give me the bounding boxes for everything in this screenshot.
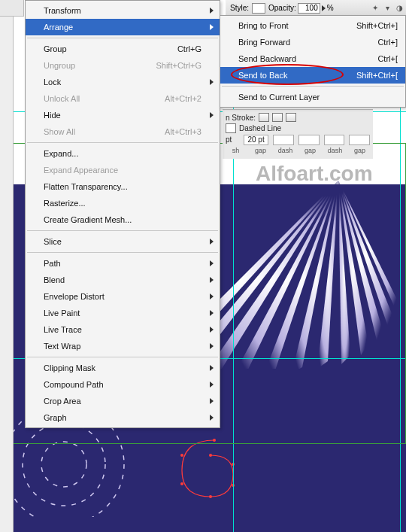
menu-item-label: Compound Path — [44, 380, 104, 389]
dash-input-2[interactable] — [273, 135, 294, 145]
svg-point-7 — [41, 442, 86, 487]
svg-point-3 — [209, 495, 212, 498]
menu-item[interactable]: Graph — [26, 409, 220, 426]
submenu-item[interactable]: Bring ForwardCtrl+] — [220, 34, 405, 50]
menu-item-label: Show All — [44, 127, 75, 136]
menu-item[interactable]: Path — [26, 255, 220, 272]
dash-input-5[interactable] — [349, 135, 370, 145]
align-stroke-center-button[interactable] — [259, 113, 269, 122]
align-stroke-inside-button[interactable] — [272, 113, 283, 122]
label-style: Style: — [230, 4, 249, 12]
dash-col-label: gap — [350, 147, 370, 154]
menu-item[interactable]: Slice — [26, 233, 220, 250]
menu-item[interactable]: Flatten Transparency... — [26, 178, 220, 195]
menu-item-label: Blend — [44, 275, 65, 284]
menu-item-shortcut: Alt+Ctrl+2 — [165, 94, 201, 103]
menu-item[interactable]: Arrange — [26, 19, 220, 35]
menu-item-shortcut: Ctrl+G — [177, 44, 201, 53]
menu-separator — [222, 86, 404, 87]
menu-item-label: Rasterize... — [44, 199, 86, 208]
menu-item-label: Expand Appearance — [44, 166, 118, 175]
menu-item-label: Live Paint — [44, 309, 80, 318]
menu-item[interactable]: Live Paint — [26, 305, 220, 321]
menu-item[interactable]: Transform — [26, 2, 220, 19]
menu-item-label: Live Trace — [44, 325, 82, 334]
menu-item[interactable]: Crop Area — [26, 393, 220, 409]
label-dashed-line: Dashed Line — [239, 124, 281, 132]
submenu-item[interactable]: Send BackwardCtrl+[ — [220, 50, 405, 67]
menu-item-label: Crop Area — [44, 397, 81, 406]
submenu-item[interactable]: Send to Current Layer — [220, 89, 405, 105]
submenu-item[interactable]: Send to BackShift+Ctrl+[ — [220, 67, 405, 84]
dash-input-3[interactable] — [298, 135, 320, 145]
submenu-arrow-icon — [210, 343, 214, 349]
arrange-submenu: Bring to FrontShift+Ctrl+]Bring ForwardC… — [220, 15, 406, 108]
menu-item[interactable]: Compound Path — [26, 376, 220, 393]
menu-item[interactable]: GroupCtrl+G — [26, 41, 220, 57]
dropdown-icon[interactable]: ▾ — [382, 3, 392, 14]
menu-item[interactable]: Blend — [26, 272, 220, 288]
options-toolbar: Style: Opacity: 100 % ✦ ▾ ◑ — [226, 0, 406, 17]
menu-item[interactable]: Clipping Mask — [26, 360, 220, 376]
submenu-item-label: Bring Forward — [238, 38, 290, 47]
menu-item-label: Flatten Transparency... — [44, 182, 128, 191]
menu-item-label: Group — [44, 44, 67, 53]
submenu-arrow-icon — [210, 239, 214, 245]
dash-col-label: sh — [226, 147, 246, 154]
label-dash-unit: pt — [226, 135, 239, 145]
menu-item-shortcut: Shift+Ctrl+G — [156, 61, 201, 70]
menu-item[interactable]: Text Wrap — [26, 338, 220, 354]
chevron-right-icon[interactable] — [322, 5, 326, 11]
submenu-arrow-icon — [210, 260, 214, 266]
dash-col-label: dash — [275, 147, 295, 154]
submenu-arrow-icon — [210, 365, 214, 371]
opacity-input[interactable]: 100 — [298, 3, 320, 14]
menu-item: Unlock AllAlt+Ctrl+2 — [26, 90, 220, 107]
menu-item[interactable]: Expand... — [26, 145, 220, 162]
menu-item-label: Path — [44, 259, 61, 268]
submenu-arrow-icon — [210, 79, 214, 85]
submenu-item-label: Bring to Front — [238, 21, 289, 30]
dash-col-label: dash — [325, 147, 345, 154]
menu-item-label: Ungroup — [44, 61, 75, 70]
menu-item[interactable]: Hide — [26, 107, 220, 123]
dash-input-4[interactable] — [324, 135, 345, 145]
menu-item: UngroupShift+Ctrl+G — [26, 57, 220, 74]
label-percent: % — [327, 4, 334, 12]
menu-item-label: Unlock All — [44, 94, 80, 103]
submenu-arrow-icon — [210, 415, 214, 421]
submenu-item-shortcut: Shift+Ctrl+] — [356, 21, 398, 30]
stroke-panel-fragment: n Stroke: Dashed Line pt 20 pt sh gap da… — [223, 109, 373, 159]
submenu-item-shortcut: Shift+Ctrl+[ — [356, 71, 398, 80]
label-opacity: Opacity: — [268, 4, 296, 12]
menu-item[interactable]: Envelope Distort — [26, 288, 220, 305]
menu-item-label: Graph — [44, 413, 67, 422]
menu-item-label: Arrange — [44, 23, 73, 32]
menu-item[interactable]: Rasterize... — [26, 195, 220, 211]
object-context-menu: TransformArrangeGroupCtrl+GUngroupShift+… — [25, 0, 220, 428]
dash-input-1[interactable]: 20 pt — [244, 135, 269, 145]
menu-item-label: Envelope Distort — [44, 292, 105, 301]
svg-point-0 — [209, 454, 212, 457]
submenu-arrow-icon — [210, 8, 214, 14]
dash-col-label: gap — [250, 147, 271, 154]
mask-icon[interactable]: ◑ — [394, 3, 404, 14]
submenu-arrow-icon — [210, 112, 214, 118]
menu-item[interactable]: Lock — [26, 74, 220, 90]
align-stroke-outside-button[interactable] — [286, 113, 296, 122]
svg-point-4 — [180, 482, 183, 485]
ruler-vertical — [0, 0, 14, 532]
submenu-arrow-icon — [210, 327, 214, 333]
submenu-item-label: Send Backward — [238, 54, 296, 63]
svg-point-5 — [180, 454, 183, 457]
menu-item[interactable]: Live Trace — [26, 321, 220, 338]
wand-icon[interactable]: ✦ — [370, 3, 380, 14]
submenu-arrow-icon — [210, 24, 214, 30]
submenu-arrow-icon — [210, 277, 214, 283]
menu-item: Show AllAlt+Ctrl+3 — [26, 123, 220, 140]
submenu-item[interactable]: Bring to FrontShift+Ctrl+] — [220, 17, 405, 34]
dashed-line-checkbox[interactable] — [226, 123, 236, 133]
style-swatch[interactable] — [252, 3, 265, 14]
menu-item[interactable]: Create Gradient Mesh... — [26, 211, 220, 228]
submenu-item-shortcut: Ctrl+] — [377, 38, 398, 47]
